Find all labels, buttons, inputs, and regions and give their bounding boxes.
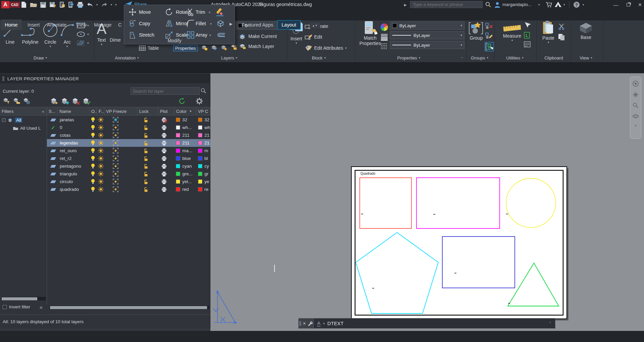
- flyout-expand-icon[interactable]: ▶: [230, 22, 232, 26]
- ellipse-dropdown-icon[interactable]: ▾: [87, 33, 89, 36]
- layer-plot-icon[interactable]: [161, 164, 167, 169]
- layer-plot-icon[interactable]: [161, 140, 167, 146]
- invert-filter-control[interactable]: Invert filter: [3, 304, 30, 309]
- layer-on-icon[interactable]: [91, 140, 95, 146]
- layer-row[interactable]: ret_r2bluebl: [47, 155, 210, 162]
- restore-button[interactable]: [623, 0, 634, 9]
- layer-row[interactable]: triangulogre...gr: [47, 170, 210, 178]
- col-vp-freeze[interactable]: VP Freeze: [104, 107, 138, 116]
- circle-dropdown-icon[interactable]: ▾: [42, 45, 59, 48]
- copy-clip-icon[interactable]: [558, 33, 566, 41]
- layer-plot-icon[interactable]: [161, 125, 167, 130]
- layer-vp-freeze-icon[interactable]: [113, 148, 118, 154]
- layer-on-icon[interactable]: [91, 132, 95, 138]
- close-button[interactable]: ×: [634, 0, 644, 9]
- command-options-icon[interactable]: ▾: [323, 322, 325, 325]
- trim-label[interactable]: Trim: [196, 9, 205, 15]
- measure-dropdown-icon[interactable]: ▾: [498, 39, 526, 42]
- layer-on-icon[interactable]: [91, 163, 95, 169]
- layer-vp-freeze-icon[interactable]: [113, 186, 118, 192]
- insert-dropdown-icon[interactable]: ▾: [289, 41, 304, 45]
- layer-lock-icon[interactable]: [144, 156, 148, 161]
- layer-freeze-icon[interactable]: [98, 140, 104, 146]
- command-history-icon[interactable]: ⌃: [549, 321, 552, 326]
- tab-manage[interactable]: Manage: [90, 19, 115, 30]
- tree-item-all-used[interactable]: All Used L: [13, 126, 41, 131]
- layer-on-icon[interactable]: [91, 156, 95, 161]
- autocad-cad-badge[interactable]: CAD: [9, 2, 20, 8]
- layer-vp-color-swatch[interactable]: [198, 141, 202, 145]
- fillet-icon[interactable]: [187, 19, 195, 28]
- copy-icon[interactable]: [129, 20, 137, 27]
- move-label[interactable]: Move: [139, 9, 151, 15]
- quick-calc-icon[interactable]: L: [524, 32, 532, 39]
- paste-dropdown-icon[interactable]: ▾: [540, 41, 557, 44]
- annotation-panel-label[interactable]: Annotation▾: [111, 54, 143, 61]
- layer-on-icon[interactable]: [91, 186, 95, 192]
- layer-vp-freeze-icon[interactable]: [113, 163, 118, 169]
- filters-scrollbar[interactable]: [1, 296, 46, 301]
- layer-vp-color-swatch[interactable]: [198, 125, 202, 130]
- layer-lock-icon[interactable]: [144, 187, 148, 192]
- user-avatar-icon[interactable]: [494, 1, 501, 8]
- layer-vp-color-swatch[interactable]: [198, 187, 202, 191]
- invert-collapse-icon[interactable]: «: [40, 304, 43, 310]
- layer-row[interactable]: quadradoredre: [47, 185, 210, 193]
- tree-item-all[interactable]: − All: [2, 118, 22, 123]
- cut-icon[interactable]: [558, 23, 566, 30]
- layer-plot-icon[interactable]: [161, 133, 167, 138]
- plot-icon[interactable]: [77, 2, 84, 8]
- layer-off-icon[interactable]: [201, 44, 208, 51]
- save-to-web-icon[interactable]: [68, 1, 74, 8]
- properties-expander-icon[interactable]: ⌄: [460, 55, 463, 59]
- tab-annotate[interactable]: Annotate: [43, 19, 70, 30]
- layer-color-swatch[interactable]: [176, 172, 180, 176]
- autodesk-logo-icon[interactable]: [554, 1, 562, 8]
- modify-panel-label[interactable]: Modify: [124, 38, 225, 43]
- hatch-dropdown-icon[interactable]: ▾: [87, 41, 89, 45]
- group-button[interactable]: Group: [468, 21, 485, 41]
- utilities-panel-label[interactable]: Utilities▾: [499, 54, 530, 61]
- layer-on-icon[interactable]: [91, 125, 95, 130]
- search-collapse-icon[interactable]: ▶: [404, 3, 407, 7]
- layer-plot-icon[interactable]: [161, 187, 167, 192]
- customize-wrench-icon[interactable]: [308, 321, 313, 326]
- view-panel-label[interactable]: View▾: [573, 54, 599, 61]
- layer-lock-icon[interactable]: [144, 140, 148, 146]
- palette-title-bar[interactable]: LAYER PROPERTIES MANAGER: [0, 74, 210, 83]
- table-button[interactable]: Table: [139, 45, 159, 51]
- layer-color-swatch[interactable]: [176, 156, 180, 161]
- layer-color-swatch[interactable]: [176, 179, 180, 184]
- layer-vp-color-swatch[interactable]: [198, 164, 202, 168]
- autocad-logo[interactable]: A: [1, 1, 9, 8]
- layer-isolate-icon[interactable]: [210, 44, 218, 51]
- layer-vp-freeze-icon[interactable]: [113, 179, 118, 184]
- layer-color-swatch[interactable]: [176, 125, 180, 130]
- pan-icon[interactable]: [633, 92, 639, 98]
- layer-freeze-icon[interactable]: [220, 44, 228, 51]
- command-line-grip[interactable]: ✕: [298, 318, 314, 329]
- layer-lock-icon[interactable]: [144, 117, 148, 123]
- text-dropdown-icon[interactable]: ▾: [97, 43, 106, 46]
- layer-freeze-icon[interactable]: [98, 125, 104, 130]
- help-dropdown-icon[interactable]: ▾: [583, 3, 584, 6]
- layer-plot-icon[interactable]: [161, 171, 167, 177]
- col-status[interactable]: S...: [47, 107, 58, 116]
- layer-vp-freeze-icon[interactable]: [113, 117, 118, 123]
- layer-plot-icon[interactable]: [161, 156, 167, 161]
- stretch-label[interactable]: Stretch: [139, 32, 154, 38]
- edit-attributes-dropdown-icon[interactable]: ▾: [345, 46, 347, 50]
- palette-grip-icon[interactable]: [2, 76, 4, 81]
- layer-on-icon[interactable]: [91, 117, 95, 123]
- layout-canvas[interactable]: Quadrado: [210, 73, 644, 331]
- color-wheel-icon[interactable]: [380, 23, 388, 31]
- tab-layout[interactable]: Layout: [277, 20, 301, 30]
- groups-panel-label[interactable]: Groups▾: [465, 54, 494, 61]
- new-property-filter-icon[interactable]: [3, 97, 10, 104]
- delete-layer-icon[interactable]: [72, 97, 80, 105]
- ellipse-tool-button[interactable]: ▾: [77, 31, 89, 37]
- arc-dropdown-icon[interactable]: ▾: [59, 45, 75, 48]
- layer-freeze-icon[interactable]: [98, 171, 104, 177]
- layer-lock-icon[interactable]: [144, 148, 148, 154]
- move-icon[interactable]: [129, 8, 136, 16]
